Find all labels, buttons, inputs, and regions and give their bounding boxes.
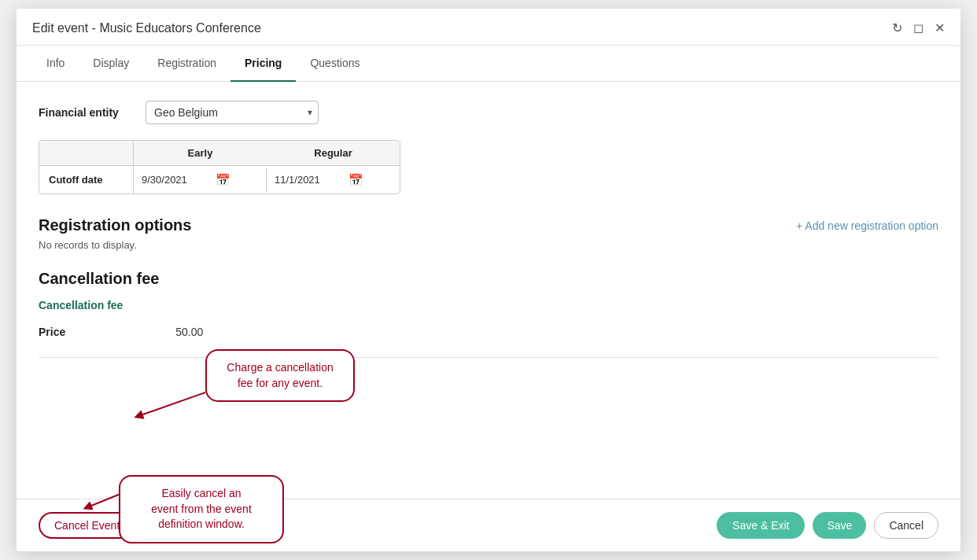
early-date-input[interactable]	[142, 174, 212, 186]
save-exit-button[interactable]: Save & Exit	[717, 512, 805, 539]
registration-options-title: Registration options	[39, 216, 191, 234]
early-calendar-icon[interactable]: 📅	[216, 173, 230, 187]
refresh-icon[interactable]: ↻	[892, 22, 902, 35]
header-icons: ↻ ◻ ✕	[892, 22, 945, 35]
no-records-text: No records to display.	[39, 239, 938, 251]
svg-line-1	[87, 494, 120, 507]
tab-questions[interactable]: Questions	[296, 46, 374, 82]
col-empty	[39, 141, 134, 165]
regular-date-wrapper: 📅	[267, 168, 400, 192]
modal-body: Financial entity Geo Belgium Geo France …	[17, 82, 960, 499]
tab-info[interactable]: Info	[32, 46, 79, 82]
edit-event-modal: Edit event - Music Educators Conference …	[17, 9, 960, 551]
svg-line-0	[138, 392, 205, 416]
early-date-wrapper: 📅	[134, 168, 267, 192]
price-value: 50.00	[175, 326, 203, 338]
financial-entity-row: Financial entity Geo Belgium Geo France …	[39, 101, 938, 124]
col-regular: Regular	[267, 141, 400, 165]
cutoff-date-row: Cutoff date 📅 📅	[39, 166, 400, 193]
col-early: Early	[134, 141, 267, 165]
regular-date-input[interactable]	[275, 174, 345, 186]
arrow-cancel-event-line	[81, 490, 124, 512]
cancellation-fee-title: Cancellation fee	[39, 270, 938, 288]
tooltip-cancellation: Charge a cancellation fee for any event.	[205, 349, 355, 402]
tab-pricing[interactable]: Pricing	[230, 46, 296, 82]
cutoff-label: Cutoff date	[39, 166, 134, 193]
regular-calendar-icon[interactable]: 📅	[348, 173, 363, 187]
financial-entity-label: Financial entity	[39, 106, 133, 119]
tooltip-cancel-event: Easily cancel anevent from the eventdefi…	[119, 475, 284, 543]
tab-display[interactable]: Display	[79, 46, 143, 82]
modal-title: Edit event - Music Educators Conference	[32, 21, 261, 35]
footer-right-buttons: Save & Exit Save Cancel	[717, 512, 938, 539]
cancel-button[interactable]: Cancel	[874, 512, 938, 539]
registration-options-header: Registration options + Add new registrat…	[39, 216, 938, 234]
modal-footer: Cancel Event Easily cancel anevent from …	[17, 499, 960, 551]
price-label: Price	[39, 326, 65, 338]
close-icon[interactable]: ✕	[935, 22, 945, 35]
tab-registration[interactable]: Registration	[143, 46, 230, 82]
save-button[interactable]: Save	[813, 512, 866, 539]
financial-entity-select[interactable]: Geo Belgium Geo France Geo Germany	[146, 101, 319, 124]
add-registration-option-link[interactable]: + Add new registration option	[796, 219, 938, 232]
modal-header: Edit event - Music Educators Conference …	[17, 9, 960, 46]
cancellation-fee-section: Cancellation fee Cancellation fee Price …	[39, 270, 938, 344]
minimize-icon[interactable]: ◻	[913, 22, 924, 35]
tab-bar: Info Display Registration Pricing Questi…	[17, 46, 960, 82]
cancellation-fee-link[interactable]: Cancellation fee	[39, 299, 123, 311]
section-divider	[39, 357, 938, 358]
cutoff-table: Early Regular Cutoff date 📅 📅	[39, 140, 400, 194]
cutoff-table-header: Early Regular	[39, 141, 400, 166]
financial-entity-select-wrapper: Geo Belgium Geo France Geo Germany ▾	[146, 101, 319, 124]
arrow-cancellation-line	[131, 389, 209, 420]
price-row: Price 50.00	[39, 319, 938, 344]
